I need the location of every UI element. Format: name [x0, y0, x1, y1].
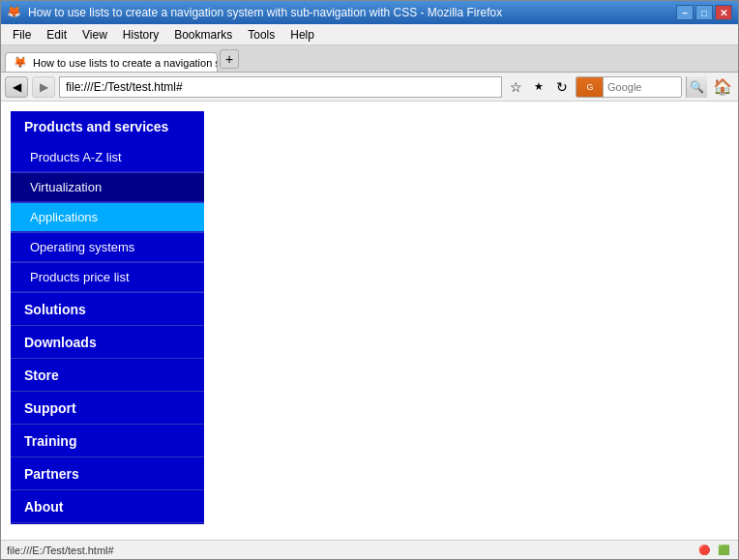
nav-sub-item-applications: Applications — [11, 203, 204, 233]
menu-file[interactable]: File — [5, 26, 39, 44]
maximize-button[interactable]: □ — [695, 5, 713, 20]
window-controls: – □ ✕ — [676, 5, 732, 20]
nav-sub-item-operating-systems: Operating systems — [11, 233, 204, 263]
nav-sub-link-virtualization[interactable]: Virtualization — [11, 173, 204, 202]
menu-bar: File Edit View History Bookmarks Tools H… — [1, 24, 738, 45]
firefox-icon: 🦊 — [7, 5, 22, 20]
nav-sub-link-applications[interactable]: Applications — [11, 203, 204, 232]
search-box: G — [576, 76, 682, 98]
search-engine-icon[interactable]: G — [576, 76, 604, 98]
menu-help[interactable]: Help — [282, 26, 322, 44]
search-go-button[interactable]: 🔍 — [686, 76, 707, 98]
address-input[interactable] — [59, 76, 502, 98]
nav-item-store: Store — [11, 360, 204, 393]
new-tab-button[interactable]: + — [220, 49, 239, 69]
bookmark-star-icon[interactable]: ☆ — [506, 76, 525, 98]
nav-link-support[interactable]: Support — [11, 393, 204, 425]
nav-link-downloads[interactable]: Downloads — [11, 327, 204, 359]
nav-sub-item-virtualization: Virtualization — [11, 173, 204, 203]
nav-item-solutions: Solutions — [11, 294, 204, 327]
nav-top-list: Products and services Products A-Z list … — [11, 111, 204, 524]
nav-link-store[interactable]: Store — [11, 360, 204, 392]
minimize-button[interactable]: – — [676, 5, 694, 20]
nav-sub-item-products-az: Products A-Z list — [11, 143, 204, 173]
menu-view[interactable]: View — [74, 26, 115, 44]
main-navigation: Products and services Products A-Z list … — [11, 111, 204, 524]
nav-sub-link-products-price-list[interactable]: Products price list — [11, 263, 204, 292]
nav-sub-link-products-az[interactable]: Products A-Z list — [11, 143, 204, 172]
nav-link-partners[interactable]: Partners — [11, 458, 204, 490]
close-button[interactable]: ✕ — [715, 5, 732, 20]
menu-history[interactable]: History — [115, 26, 166, 44]
status-icons: 🔴 🟩 — [695, 543, 732, 558]
nav-item-about: About — [11, 491, 204, 524]
nav-link-solutions[interactable]: Solutions — [11, 294, 204, 326]
nav-item-training: Training — [11, 426, 204, 458]
nav-link-about[interactable]: About — [11, 491, 204, 523]
nav-sub-list: Products A-Z list Virtualization Applica… — [11, 143, 204, 293]
nav-link-training[interactable]: Training — [11, 426, 204, 457]
tab-icon: 🦊 — [14, 56, 27, 69]
status-text: file:///E:/Test/test.html# — [7, 545, 114, 556]
browser-window: 🦊 How to use lists to create a navigatio… — [0, 0, 739, 560]
nav-sub-item-products-price-list: Products price list — [11, 263, 204, 293]
nav-item-downloads: Downloads — [11, 327, 204, 360]
page-content: Products and services Products A-Z list … — [1, 102, 738, 540]
status-icon-1: 🟩 — [715, 543, 732, 558]
nav-sub-link-operating-systems[interactable]: Operating systems — [11, 233, 204, 262]
address-bar: ◀ ▶ ☆ ★ ↻ G 🔍 🏠 — [1, 73, 738, 102]
menu-edit[interactable]: Edit — [39, 26, 74, 44]
tab-label: How to use lists to create a navigation … — [33, 57, 218, 69]
title-bar: 🦊 How to use lists to create a navigatio… — [1, 1, 738, 24]
tab-bar: 🦊 How to use lists to create a navigatio… — [1, 45, 738, 73]
search-input[interactable] — [604, 81, 681, 93]
nav-item-partners: Partners — [11, 458, 204, 491]
nav-item-products-and-services: Products and services Products A-Z list … — [11, 111, 204, 294]
home-button[interactable]: 🏠 — [711, 76, 734, 98]
back-button[interactable]: ◀ — [5, 76, 28, 98]
refresh-button[interactable]: ↻ — [552, 76, 572, 98]
nav-item-support: Support — [11, 393, 204, 426]
tab-0[interactable]: 🦊 How to use lists to create a navigatio… — [5, 52, 218, 72]
menu-tools[interactable]: Tools — [240, 26, 282, 44]
bookmark-star2-icon[interactable]: ★ — [529, 76, 548, 98]
menu-bookmarks[interactable]: Bookmarks — [166, 26, 240, 44]
window-title: How to use lists to create a navigation … — [28, 6, 670, 19]
status-icon-0: 🔴 — [695, 543, 713, 558]
forward-button[interactable]: ▶ — [32, 76, 55, 98]
status-bar: file:///E:/Test/test.html# 🔴 🟩 — [1, 540, 738, 559]
nav-link-products-and-services[interactable]: Products and services — [11, 111, 204, 143]
